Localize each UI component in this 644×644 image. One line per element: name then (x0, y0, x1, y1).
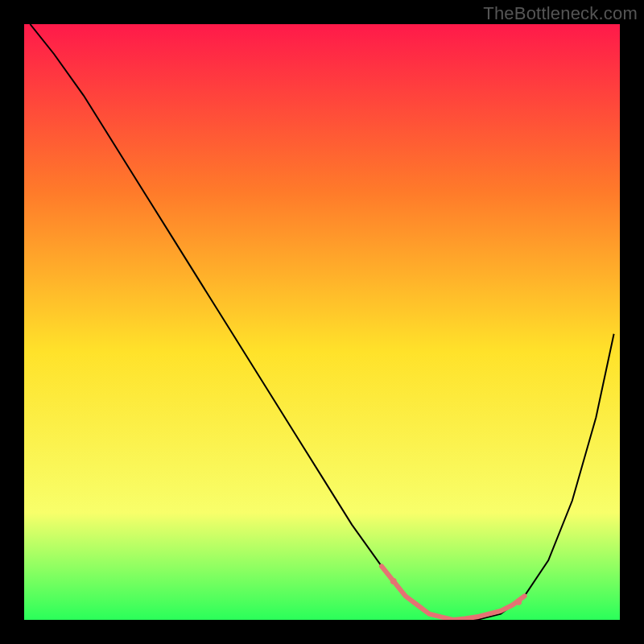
plot-area (24, 24, 620, 620)
gradient-background (24, 24, 620, 620)
watermark-text: TheBottleneck.com (483, 3, 638, 24)
chart-svg (24, 24, 620, 620)
trough-start-marker (390, 578, 397, 584)
trough-end-marker (515, 599, 522, 605)
chart-container: TheBottleneck.com (0, 0, 644, 644)
